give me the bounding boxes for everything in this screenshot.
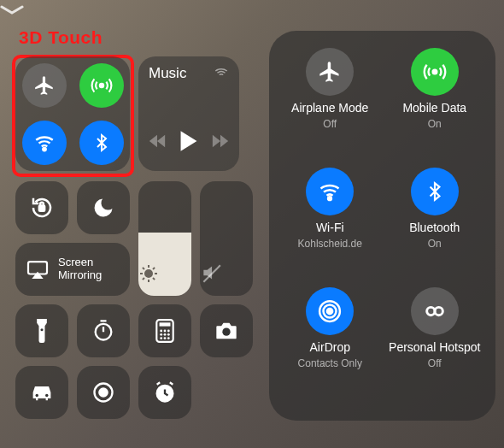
hotspot-circle[interactable] bbox=[411, 287, 459, 335]
antenna-icon bbox=[91, 74, 113, 97]
screen-mirroring-button[interactable]: ScreenMirroring bbox=[15, 243, 130, 296]
flashlight-button[interactable] bbox=[15, 304, 68, 357]
camera-icon bbox=[214, 321, 238, 340]
svg-point-25 bbox=[432, 70, 437, 74]
svg-point-23 bbox=[99, 388, 107, 396]
screen-mirroring-label: ScreenMirroring bbox=[58, 256, 102, 282]
do-not-disturb-button[interactable] bbox=[77, 181, 130, 234]
annotation-title: 3D Touch bbox=[19, 27, 103, 48]
airplane-toggle[interactable] bbox=[22, 63, 67, 108]
svg-point-6 bbox=[40, 328, 43, 331]
screen-record-button[interactable] bbox=[77, 366, 130, 419]
brightness-icon bbox=[138, 263, 159, 284]
music-card[interactable]: Music bbox=[138, 56, 239, 171]
bluetooth-label: Bluetooth bbox=[409, 221, 460, 234]
hotspot-label: Personal Hotspot bbox=[389, 340, 480, 354]
rotation-lock-icon bbox=[29, 195, 55, 221]
wifi-status: Kohlscheid.de bbox=[298, 238, 362, 250]
svg-point-10 bbox=[160, 330, 162, 333]
svg-point-1 bbox=[43, 147, 45, 150]
bluetooth-circle[interactable] bbox=[411, 168, 459, 215]
airplay-icon bbox=[26, 260, 50, 279]
do-not-disturb-icon bbox=[91, 196, 115, 220]
wifi-toggle[interactable] bbox=[22, 121, 67, 165]
connectivity-expanded-panel: Airplane Mode Off Mobile Data On Wi-Fi K… bbox=[269, 31, 495, 421]
svg-point-16 bbox=[160, 337, 162, 339]
bluetooth-icon bbox=[424, 180, 446, 203]
mobile-data-toggle[interactable] bbox=[79, 63, 124, 108]
mute-icon bbox=[200, 262, 222, 284]
svg-point-13 bbox=[160, 333, 162, 336]
screen-record-icon bbox=[91, 380, 115, 404]
timer-icon bbox=[91, 319, 115, 343]
car-icon bbox=[29, 383, 55, 402]
mobile-data-status: On bbox=[428, 118, 442, 130]
svg-rect-9 bbox=[160, 322, 171, 326]
airdrop-status: Contacts Only bbox=[298, 357, 362, 369]
svg-point-14 bbox=[164, 333, 167, 336]
wifi-circle[interactable] bbox=[306, 168, 354, 215]
mobile-data-circle[interactable] bbox=[411, 48, 459, 96]
wifi-icon bbox=[33, 132, 56, 154]
svg-point-15 bbox=[167, 333, 170, 336]
airplane-mode-circle[interactable] bbox=[306, 48, 354, 96]
wifi-label: Wi-Fi bbox=[316, 221, 344, 234]
svg-point-27 bbox=[327, 309, 332, 314]
mobile-data-item[interactable]: Mobile Data On bbox=[402, 48, 466, 130]
previous-icon bbox=[148, 133, 167, 149]
connectivity-card[interactable] bbox=[15, 56, 130, 171]
airplane-icon bbox=[33, 74, 56, 97]
wifi-icon bbox=[318, 180, 342, 203]
antenna-icon bbox=[423, 60, 447, 84]
airdrop-circle[interactable] bbox=[306, 287, 354, 335]
calculator-button[interactable] bbox=[138, 304, 191, 357]
airdrop-icon bbox=[317, 298, 343, 324]
chevron-down-icon[interactable] bbox=[0, 0, 249, 15]
svg-point-20 bbox=[36, 394, 38, 397]
wifi-item[interactable]: Wi-Fi Kohlscheid.de bbox=[298, 168, 362, 250]
airdrop-label: AirDrop bbox=[310, 340, 350, 354]
airplane-icon bbox=[318, 60, 342, 84]
mobile-data-label: Mobile Data bbox=[402, 101, 466, 115]
hotspot-item[interactable]: Personal Hotspot Off bbox=[389, 287, 480, 369]
airplane-status: Off bbox=[323, 118, 337, 130]
hotspot-status: Off bbox=[428, 357, 442, 369]
svg-point-12 bbox=[167, 330, 170, 333]
calculator-icon bbox=[155, 319, 174, 343]
svg-point-11 bbox=[164, 330, 167, 333]
svg-point-3 bbox=[145, 270, 152, 277]
svg-point-19 bbox=[222, 328, 230, 336]
next-icon bbox=[211, 133, 230, 149]
svg-point-18 bbox=[167, 337, 170, 339]
bluetooth-icon bbox=[91, 133, 112, 153]
previous-button[interactable] bbox=[148, 133, 167, 149]
alarm-icon bbox=[153, 380, 177, 404]
svg-point-17 bbox=[164, 337, 167, 339]
svg-point-21 bbox=[45, 394, 48, 397]
bluetooth-toggle[interactable] bbox=[79, 121, 124, 165]
camera-button[interactable] bbox=[200, 304, 253, 357]
airplay-indicator-icon bbox=[214, 65, 229, 77]
brightness-slider[interactable] bbox=[138, 181, 191, 296]
rotation-lock-button[interactable] bbox=[15, 181, 68, 234]
svg-point-0 bbox=[99, 83, 103, 86]
alarm-button[interactable] bbox=[138, 366, 191, 419]
airdrop-item[interactable]: AirDrop Contacts Only bbox=[298, 287, 362, 369]
next-button[interactable] bbox=[211, 133, 230, 149]
hotspot-icon bbox=[423, 299, 447, 323]
svg-rect-2 bbox=[39, 206, 44, 211]
svg-point-7 bbox=[96, 324, 112, 340]
bluetooth-item[interactable]: Bluetooth On bbox=[409, 168, 460, 250]
airplane-mode-item[interactable]: Airplane Mode Off bbox=[291, 48, 368, 130]
flashlight-icon bbox=[34, 319, 50, 343]
airplane-label: Airplane Mode bbox=[291, 101, 368, 115]
timer-button[interactable] bbox=[77, 304, 130, 357]
play-button[interactable] bbox=[179, 130, 199, 152]
svg-point-31 bbox=[435, 307, 442, 315]
carplay-button[interactable] bbox=[15, 366, 68, 419]
svg-point-26 bbox=[328, 197, 331, 200]
play-icon bbox=[179, 130, 199, 152]
bluetooth-status: On bbox=[428, 238, 442, 250]
volume-slider[interactable] bbox=[200, 181, 253, 296]
